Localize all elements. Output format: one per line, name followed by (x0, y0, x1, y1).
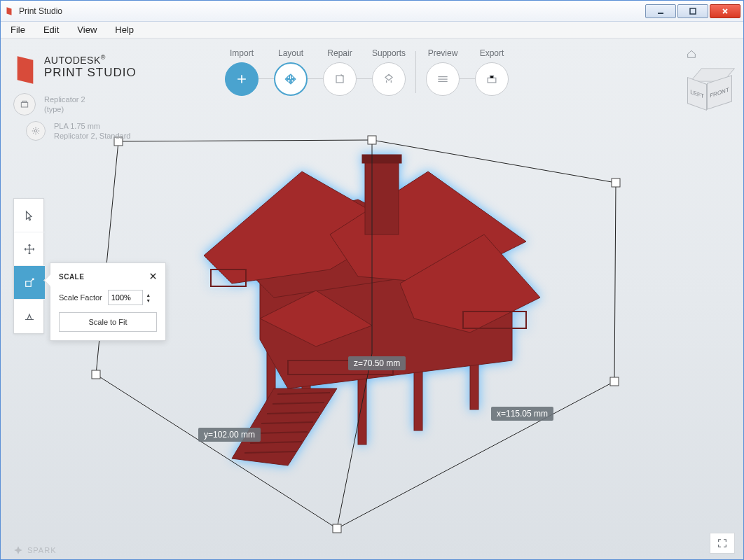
titlebar: Print Studio (1, 1, 743, 22)
svg-rect-13 (362, 155, 401, 163)
scale-up-icon[interactable]: ▲ (145, 292, 152, 298)
left-toolbar (13, 198, 44, 334)
svg-rect-36 (612, 178, 620, 187)
window-title: Print Studio (19, 6, 62, 16)
brand-line-2: PRINT STUDIO (44, 66, 137, 80)
material-spec: PLA 1.75 mm (54, 121, 130, 131)
tool-select[interactable] (14, 199, 45, 232)
scale-popover-title: SCALE (59, 273, 84, 281)
brand-reg: ® (101, 54, 106, 61)
step-layout[interactable] (274, 62, 308, 96)
svg-rect-37 (92, 370, 100, 379)
svg-rect-1 (690, 8, 696, 14)
step-label-repair: Repair (327, 48, 352, 58)
scale-popover: SCALE Scale Factor ▲ ▼ Scale to Fit (50, 262, 166, 341)
printer-type: (type) (44, 104, 85, 114)
svg-line-29 (614, 183, 616, 382)
svg-rect-38 (333, 524, 341, 533)
step-import[interactable] (225, 62, 259, 96)
menu-file[interactable]: File (8, 23, 28, 36)
printer-row: Replicator 2 (type) (13, 93, 85, 115)
svg-rect-44 (488, 78, 496, 83)
material-row: PLA 1.75 mm Replicator 2, Standard (26, 121, 130, 141)
step-preview[interactable] (426, 62, 460, 96)
spark-label: SPARK (27, 546, 56, 554)
main-viewport[interactable]: x=115.05 mm y=102.00 mm z=70.50 mm AUTOD… (1, 38, 743, 559)
fullscreen-button[interactable] (710, 533, 735, 554)
maximize-button[interactable] (677, 4, 708, 18)
scale-to-fit-button[interactable]: Scale to Fit (59, 312, 157, 332)
svg-marker-18 (232, 388, 337, 465)
home-icon[interactable] (686, 48, 697, 59)
minimize-button[interactable] (645, 4, 676, 18)
scale-down-icon[interactable]: ▼ (145, 298, 152, 303)
svg-rect-12 (365, 158, 399, 234)
close-icon[interactable] (149, 270, 157, 283)
material-profile: Replicator 2, Standard (54, 131, 130, 141)
model-house[interactable] (162, 130, 554, 479)
svg-rect-0 (658, 13, 663, 14)
dimension-x: x=115.05 mm (491, 407, 553, 421)
printer-name: Replicator 2 (44, 94, 85, 104)
step-label-layout: Layout (278, 48, 303, 58)
tool-scale[interactable] (14, 266, 45, 300)
dimension-y: y=102.00 mm (198, 428, 261, 442)
svg-rect-43 (336, 76, 343, 83)
viewcube-left[interactable]: LEFT (687, 77, 707, 111)
step-repair[interactable] (323, 62, 357, 96)
scale-factor-label: Scale Factor (59, 293, 102, 302)
spark-badge: SPARK (13, 545, 56, 555)
step-export[interactable] (475, 62, 509, 96)
app-icon (4, 6, 15, 17)
step-supports[interactable] (372, 62, 406, 96)
workflow-steps: Import Layout Repair Supports (225, 48, 509, 96)
scale-factor-input[interactable] (108, 290, 143, 305)
svg-rect-40 (21, 102, 27, 107)
step-label-import: Import (230, 48, 254, 58)
autodesk-logo-icon (13, 54, 37, 89)
material-settings-button[interactable] (26, 121, 46, 141)
menu-help[interactable]: Help (112, 23, 137, 36)
svg-rect-39 (610, 377, 619, 386)
spark-icon (13, 545, 23, 555)
step-label-preview: Preview (428, 48, 458, 58)
menubar: File Edit View Help (1, 22, 743, 38)
step-label-export: Export (480, 48, 504, 58)
step-label-supports: Supports (372, 48, 406, 58)
printer-select-button[interactable] (13, 93, 36, 115)
dimension-z: z=70.50 mm (348, 356, 406, 370)
tool-move[interactable] (14, 232, 45, 266)
brand-block: AUTODESK® PRINT STUDIO (13, 54, 137, 89)
svg-point-42 (34, 130, 37, 133)
svg-rect-41 (22, 101, 26, 102)
menu-view[interactable]: View (74, 23, 99, 36)
viewcube[interactable]: LEFT FRONT (686, 48, 735, 115)
close-button[interactable] (710, 4, 740, 18)
menu-edit[interactable]: Edit (41, 23, 62, 36)
svg-rect-45 (26, 281, 32, 286)
brand-line-1: AUTODESK (44, 55, 101, 66)
tool-plane[interactable] (14, 300, 45, 333)
